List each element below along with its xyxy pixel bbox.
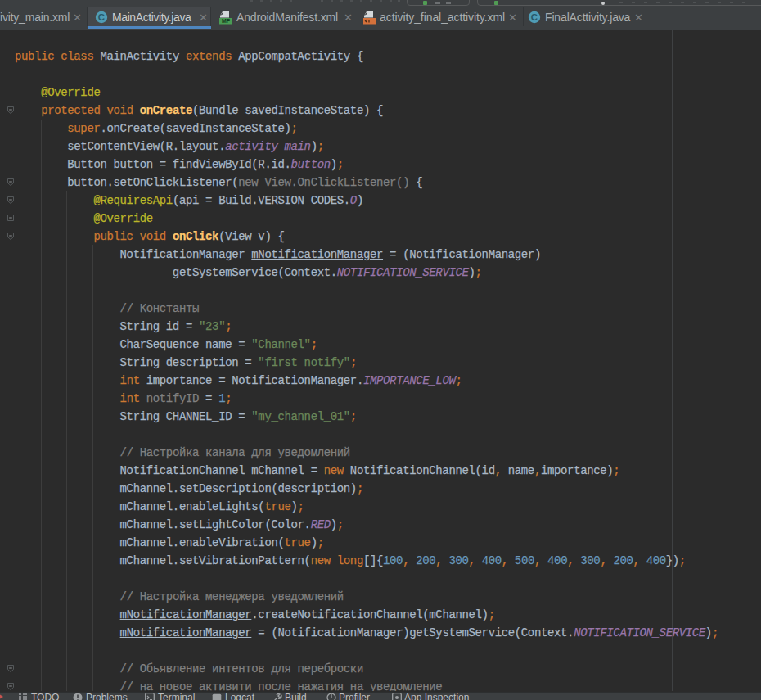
svg-text:C: C xyxy=(98,12,105,22)
svg-text:C: C xyxy=(531,12,538,22)
svg-text:MF: MF xyxy=(222,18,231,24)
